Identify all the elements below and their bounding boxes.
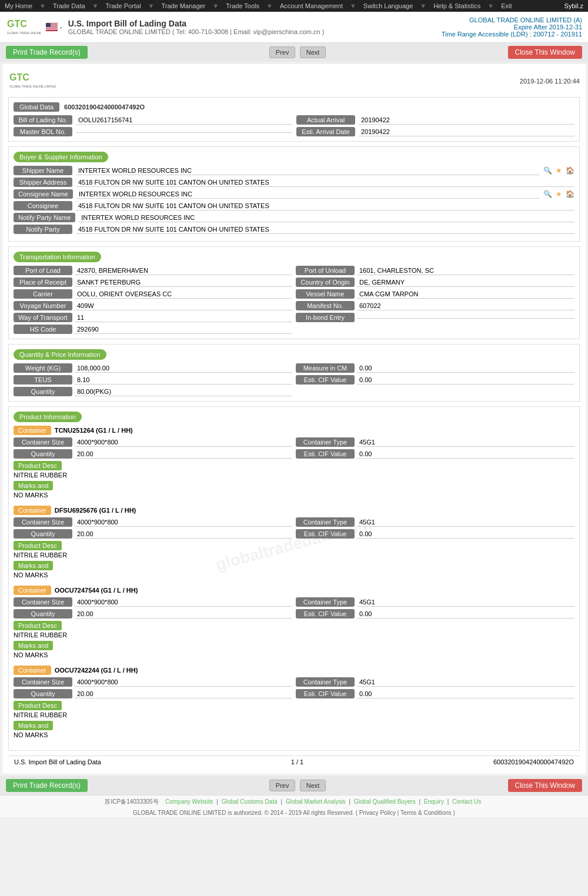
container4-cif-label: Esti. CIF Value (296, 689, 355, 698)
nav-trade-manager[interactable]: Trade Manager (161, 2, 205, 9)
global-data-value: 600320190424000047492O (64, 103, 145, 111)
weight-value: 108,000.00 (75, 364, 292, 373)
esti-arrival-value: 20190422 (359, 128, 574, 136)
record-timestamp: 2019-12-06 11:20:44 (520, 78, 580, 85)
vessel-name-value: CMA CGM TARPON (357, 290, 574, 299)
nav-trade-data[interactable]: Trade Data (53, 2, 85, 9)
container4-type-value: 45G1 (357, 678, 574, 687)
footer-link-contact[interactable]: Contact Us (452, 798, 481, 805)
container3-size-value: 4000*900*800 (75, 598, 292, 607)
next-button-top[interactable]: Next (300, 46, 326, 58)
hs-row: HS Code 292690 (14, 325, 574, 334)
quantity-label: Quantity (14, 387, 72, 396)
close-button-top[interactable]: Close This Window (508, 46, 582, 59)
prev-button-bottom[interactable]: Prev (269, 780, 296, 791)
container2-size-label: Container Size (14, 517, 72, 527)
container4-header-row: Container OOCU7242244 (G1 / L / HH) (14, 666, 574, 675)
container2-qty-value: 20.00 (75, 530, 292, 539)
way-bond-row: Way of Transport 11 In-bond Entry (14, 313, 574, 322)
nav-account-management[interactable]: Account Management (280, 2, 343, 9)
container4-product-desc-label: Product Desc (14, 701, 62, 710)
nav-exit[interactable]: Exit (501, 2, 512, 9)
next-button-bottom[interactable]: Next (300, 780, 326, 791)
nav-help-statistics[interactable]: Help & Statistics (433, 2, 480, 9)
container3-type-label: Container Type (296, 597, 355, 607)
carrier-label: Carrier (14, 289, 72, 299)
prev-button-top[interactable]: Prev (269, 46, 296, 58)
footer-link-company[interactable]: Company Website (165, 798, 213, 805)
consignee-home-icon[interactable]: 🏠 (566, 190, 574, 198)
carrier-vessel-row: Carrier OOLU, ORIENT OVERSEAS CC Vessel … (14, 289, 574, 299)
container4-label: Container (14, 666, 51, 675)
svg-rect-8 (46, 29, 58, 30)
place-receipt-value: SANKT PETERBURG (75, 278, 292, 287)
footer-link-market[interactable]: Global Market Analysis (286, 798, 346, 805)
container4-type-label: Container Type (296, 677, 355, 687)
nav-switch-language[interactable]: Switch Language (363, 2, 413, 9)
print-button-bottom[interactable]: Print Trade Record(s) (6, 779, 88, 792)
page-footer: U.S. Import Bill of Lading Data 1 / 1 60… (8, 755, 580, 768)
container1-size-value: 4000*900*800 (75, 438, 292, 447)
container4-marks-value: NO MARKS (14, 731, 574, 738)
shipper-name-value: INTERTEX WORLD RESOURCES INC (76, 166, 540, 175)
shipper-address-value: 4518 FULTON DR NW SUITE 101 CANTON OH UN… (76, 178, 574, 187)
footer-page-info: 1 / 1 (291, 758, 303, 765)
top-navigation: My Home ▼ Trade Data ▼ Trade Portal ▼ Tr… (0, 0, 588, 12)
shipper-name-row: Shipper Name INTERTEX WORLD RESOURCES IN… (14, 166, 574, 175)
container4-product-desc-value: NITRILE RUBBER (14, 711, 574, 718)
manifest-value: 607022 (357, 302, 574, 310)
record-logo: GTC GLOBAL TRADE ONLINE LIMITED (8, 70, 67, 92)
container3-product-desc-label: Product Desc (14, 621, 62, 630)
container1-cif-label: Esti. CIF Value (296, 449, 355, 459)
svg-text:GTC: GTC (7, 19, 27, 29)
country-origin-value: DE, GERMANY (357, 278, 574, 287)
container2-size-value: 4000*900*800 (75, 518, 292, 527)
nav-trade-tools[interactable]: Trade Tools (226, 2, 259, 9)
container4-value: OOCU7242244 (G1 / L / HH) (55, 667, 138, 674)
footer-link-customs[interactable]: Global Customs Data (222, 798, 278, 805)
container2-marks-label: Marks and (14, 561, 53, 570)
global-data-section: Global Data 600320190424000047492O Bill … (8, 97, 580, 142)
action-bar-top: Print Trade Record(s) Prev Next Close Th… (0, 43, 588, 62)
teus-value: 8.10 (75, 376, 292, 385)
flag-area: - (46, 23, 62, 31)
consignee-value: 4518 FULTON DR NW SUITE 101 CANTON OH UN… (76, 202, 574, 210)
nav-buttons-bottom: Prev Next (268, 780, 328, 791)
container3-header-row: Container OOCU7247544 (G1 / L / HH) (14, 586, 574, 595)
container-block-3: Container OOCU7247544 (G1 / L / HH) Cont… (14, 586, 574, 658)
shipper-star-icon[interactable]: ★ (556, 166, 562, 175)
consignee-search-icon[interactable]: 🔍 (543, 190, 552, 198)
print-button-top[interactable]: Print Trade Record(s) (6, 46, 88, 59)
shipper-home-icon[interactable]: 🏠 (566, 166, 574, 175)
global-data-row: Global Data 600320190424000047492O (14, 102, 574, 112)
footer-link-buyers[interactable]: Global Qualified Buyers (354, 798, 416, 805)
product-section: Product Information globaltradedata.com … (8, 406, 580, 751)
container4-qty-label: Quantity (14, 689, 72, 698)
nav-my-home[interactable]: My Home (5, 2, 32, 9)
svg-rect-9 (46, 23, 51, 27)
nav-buttons-top: Prev Next (268, 46, 328, 58)
container2-value: DFSU6925676 (G1 / L / HH) (55, 507, 136, 514)
shipper-search-icon[interactable]: 🔍 (543, 166, 552, 175)
container3-label: Container (14, 586, 51, 595)
transportation-section: Transportation Information Port of Load … (8, 246, 580, 339)
consignee-star-icon[interactable]: ★ (556, 190, 562, 198)
quantity-value: 80.00(PKG) (75, 387, 292, 396)
quantity-header: Quantity & Price Information (14, 349, 106, 360)
close-button-bottom[interactable]: Close This Window (508, 779, 582, 792)
voyage-value: 409W (75, 302, 292, 310)
container1-qty-label: Quantity (14, 449, 72, 459)
in-bond-value (357, 317, 574, 319)
voyage-label: Voyage Number (14, 301, 72, 310)
quantity-row: Quantity 80.00(PKG) (14, 387, 574, 396)
notify-party-name-label: Notify Party Name (14, 213, 75, 222)
action-bar-bottom: Print Trade Record(s) Prev Next Close Th… (0, 776, 588, 795)
container2-label: Container (14, 506, 51, 515)
header-subtitle: GLOBAL TRADE ONLINE LIMITED ( Tel: 400-7… (68, 28, 442, 35)
container2-qty-label: Quantity (14, 529, 72, 539)
actual-arrival-label: Actual Arrival (296, 115, 355, 125)
container1-cif-value: 0.00 (357, 450, 574, 459)
nav-trade-portal[interactable]: Trade Portal (105, 2, 141, 9)
container3-qty-label: Quantity (14, 609, 72, 618)
footer-link-enquiry[interactable]: Enquiry (424, 798, 444, 805)
